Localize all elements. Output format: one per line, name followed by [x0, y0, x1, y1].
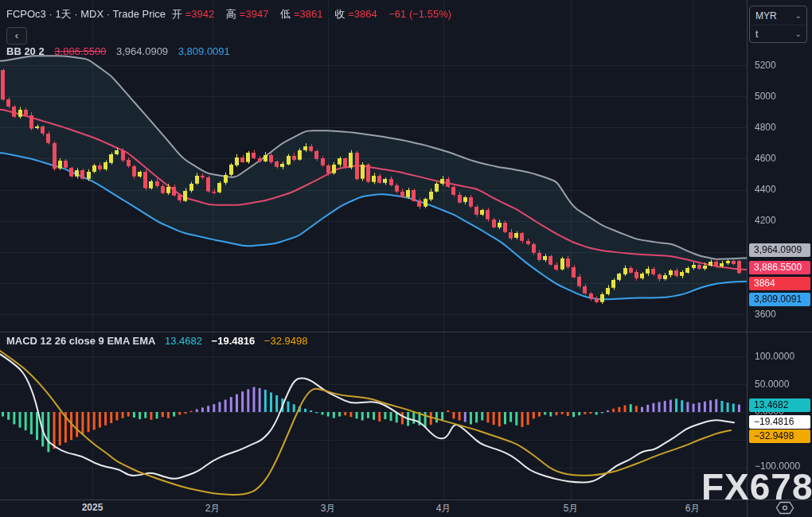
time-axis-label: 4月	[436, 502, 451, 515]
bb-indicator-legend[interactable]: BB 20 2 3,886.5500 3,964.0909 3,809.0091	[6, 45, 237, 57]
macd-label-chip: −32.9498	[749, 430, 810, 443]
time-axis[interactable]: 20252月3月4月5月6月	[0, 500, 812, 517]
price-axis-tick: 4800	[755, 122, 776, 133]
price-label-chip: 3,964.0909	[749, 243, 810, 257]
chevron-down-icon: ⌄	[795, 30, 802, 38]
currency-select[interactable]: MYR ⌄	[750, 6, 806, 25]
back-chevron-icon: ‹	[15, 29, 18, 41]
chevron-down-icon: ⌄	[795, 12, 802, 20]
unit-controls: MYR ⌄ t ⌄	[749, 6, 807, 43]
macd-axis-tick: 50.0000	[755, 379, 789, 390]
time-axis-label: 2月	[205, 502, 221, 515]
macd-title: MACD 12 26 close 9 EMA EMA	[6, 335, 155, 347]
price-axis-tick: 4200	[755, 215, 776, 226]
time-axis-label: 2025	[82, 502, 103, 513]
symbol-header[interactable]: FCPOc3 · 1天 · MDX · Trade Price 开=3942 高…	[6, 7, 455, 21]
pane-separator[interactable]	[0, 332, 812, 332]
macd-axis-tick: −100.0000	[755, 461, 800, 472]
price-axis-tick: 3600	[755, 309, 776, 320]
macd-line-value: −19.4816	[212, 335, 256, 347]
ohlc-open: 开=3942	[172, 8, 218, 20]
macd-pane-canvas[interactable]	[0, 332, 747, 500]
time-axis-label: 6月	[685, 502, 701, 515]
time-axis-label: 5月	[564, 502, 579, 515]
price-axis-tick: 4600	[755, 153, 776, 164]
macd-signal-value: −32.9498	[264, 335, 308, 347]
ohlc-low: 低=3861	[280, 8, 326, 20]
bb-lower-value: 3,809.0091	[178, 45, 230, 57]
unit-select[interactable]: t ⌄	[750, 25, 806, 43]
symbol-title: FCPOc3 · 1天 · MDX · Trade Price	[6, 8, 166, 20]
ohlc-high: 高=3947	[226, 8, 272, 20]
macd-label-chip: −19.4816	[749, 415, 810, 429]
price-axis-tick: 4400	[755, 184, 776, 195]
bb-basis-value: 3,886.5500	[54, 45, 106, 57]
macd-label-chip: 13.4682	[749, 398, 810, 412]
macd-hist-value: 13.4682	[165, 335, 202, 347]
price-axis[interactable]: 5200500048004600440042003600100.000050.0…	[748, 0, 812, 500]
axis-settings-icon[interactable]	[774, 501, 796, 515]
change-value: −61 (−1.55%)	[388, 8, 451, 20]
time-axis-label: 3月	[321, 502, 336, 515]
price-label-chip: 3,886.5500	[749, 261, 810, 274]
price-axis-tick: 5200	[755, 60, 776, 71]
bb-upper-value: 3,964.0909	[116, 45, 168, 57]
macd-axis-tick: 100.0000	[755, 351, 794, 362]
ohlc-close: 收=3864	[334, 8, 381, 20]
bb-title: BB 20 2	[6, 45, 45, 57]
price-label-chip: 3,809.0091	[749, 293, 810, 306]
back-button[interactable]: ‹	[6, 27, 27, 45]
price-axis-tick: 5000	[755, 91, 776, 102]
price-label-chip: 3864	[749, 277, 810, 290]
macd-indicator-legend[interactable]: MACD 12 26 close 9 EMA EMA 13.4682 −19.4…	[6, 335, 314, 347]
